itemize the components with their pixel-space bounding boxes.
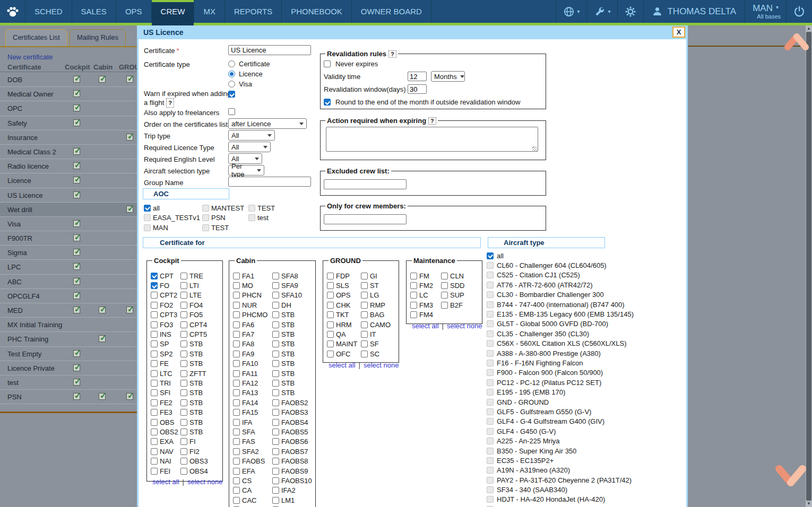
cockpit-role-option[interactable]: FO3 <box>151 320 180 329</box>
aoc-option[interactable]: test <box>248 213 291 223</box>
cabin-role-option[interactable]: PHCMO <box>233 310 272 320</box>
ground-role-option[interactable]: CAMO <box>361 320 391 329</box>
cabin-role-option[interactable]: CAC <box>233 495 272 505</box>
role-checkbox[interactable] <box>151 360 158 367</box>
role-checkbox[interactable] <box>151 302 158 309</box>
role-checkbox[interactable] <box>151 292 158 299</box>
maintenance-role-option[interactable]: CLN <box>441 271 464 281</box>
cockpit-role-option[interactable]: TRI <box>151 378 180 388</box>
cockpit-role-option[interactable]: LTI <box>180 281 208 290</box>
ground-role-option[interactable]: HRM <box>327 320 361 329</box>
certificate-row[interactable]: Safety <box>0 116 138 130</box>
role-checkbox[interactable] <box>151 351 158 357</box>
scroll-to-bottom-chevron[interactable] <box>775 461 807 492</box>
aoc-option[interactable]: PSN <box>202 213 248 223</box>
cockpit-role-option[interactable]: STB <box>180 359 208 369</box>
role-checkbox[interactable] <box>272 292 279 299</box>
cockpit-role-option[interactable]: STB <box>180 407 208 417</box>
role-checkbox[interactable] <box>151 429 158 435</box>
ground-role-option[interactable]: BAG <box>361 310 391 320</box>
cockpit-role-option[interactable]: CPT <box>151 271 180 281</box>
maintenance-role-option[interactable]: FM3 <box>410 300 441 310</box>
role-checkbox[interactable] <box>410 273 417 279</box>
role-checkbox[interactable] <box>233 409 240 416</box>
logout-power-button[interactable] <box>786 0 812 23</box>
role-checkbox[interactable] <box>180 311 187 318</box>
aircraft-checkbox[interactable] <box>487 360 494 366</box>
cabin-role-option[interactable]: FAOBS7 <box>272 447 312 456</box>
role-checkbox[interactable] <box>272 458 279 465</box>
cockpit-role-option[interactable]: OBS <box>151 417 180 427</box>
role-checkbox[interactable] <box>410 311 417 318</box>
aircraft-checkbox[interactable] <box>487 486 494 493</box>
cockpit-role-option[interactable]: FE <box>151 359 180 369</box>
maintenance-role-option[interactable]: SUP <box>441 291 464 300</box>
cabin-role-option[interactable]: FA1 <box>233 271 272 281</box>
aircraft-type-option[interactable]: GL5T - Global 5000 GVFD (BD-700) <box>487 319 634 329</box>
role-checkbox[interactable] <box>233 351 240 357</box>
role-checkbox[interactable] <box>272 468 279 475</box>
cockpit-role-option[interactable]: SP2 <box>151 349 180 359</box>
role-checkbox[interactable] <box>272 331 279 338</box>
aircraft-type-option[interactable]: PAY2 - PA-31T-620 Cheyenne 2 (PA31T/42) <box>487 475 634 485</box>
cabin-role-option[interactable]: LM2 <box>272 505 312 507</box>
cabin-role-option[interactable]: LM1 <box>272 495 312 505</box>
role-checkbox[interactable] <box>272 340 279 347</box>
aoc-checkbox[interactable] <box>202 214 209 221</box>
role-checkbox[interactable] <box>272 311 279 318</box>
cockpit-role-option[interactable]: LTC <box>151 369 180 378</box>
role-checkbox[interactable] <box>233 497 240 504</box>
cockpit-role-option[interactable]: CPT5 <box>180 329 208 339</box>
role-checkbox[interactable] <box>151 419 158 426</box>
cabin-role-option[interactable]: FAOBS6 <box>272 437 312 447</box>
aircraft-checkbox[interactable] <box>487 477 494 484</box>
ground-select-none-link[interactable]: select none <box>364 361 399 369</box>
role-checkbox[interactable] <box>151 399 158 406</box>
cabin-role-option[interactable]: SFA10 <box>272 291 312 300</box>
role-checkbox[interactable] <box>272 448 279 455</box>
cabin-role-option[interactable]: FA9 <box>233 349 272 359</box>
role-checkbox[interactable] <box>233 419 240 426</box>
help-icon[interactable]: ? <box>428 117 436 125</box>
ground-role-option[interactable]: TKT <box>327 310 361 320</box>
aircraft-checkbox[interactable] <box>487 282 494 289</box>
role-checkbox[interactable] <box>441 282 448 289</box>
scroll-down-arrow[interactable]: ▼ <box>806 501 812 507</box>
cabin-role-option[interactable]: FA13 <box>233 388 272 398</box>
cabin-role-option[interactable]: FA12 <box>233 378 272 388</box>
role-checkbox[interactable] <box>272 321 279 328</box>
radio-button[interactable] <box>228 60 235 67</box>
role-checkbox[interactable] <box>327 351 334 357</box>
cabin-role-option[interactable]: CA <box>233 486 272 495</box>
cabin-role-option[interactable]: FA11 <box>233 369 272 378</box>
role-checkbox[interactable] <box>180 409 187 416</box>
role-checkbox[interactable] <box>180 458 187 465</box>
cabin-role-option[interactable]: FA6 <box>233 320 272 329</box>
aircraft-checkbox[interactable] <box>487 496 494 503</box>
cockpit-role-option[interactable]: CPT4 <box>180 320 208 329</box>
ground-role-option[interactable]: OPS <box>327 291 361 300</box>
ground-role-option[interactable]: IT <box>361 329 391 339</box>
cabin-role-option[interactable]: STB <box>272 320 312 329</box>
role-checkbox[interactable] <box>272 477 279 484</box>
ground-select-all-link[interactable]: select all <box>329 361 356 369</box>
aircraft-type-option[interactable]: CL60 - Challenger 604 (CL604/605) <box>487 260 634 270</box>
tools-wrench-button[interactable]: ▾ <box>586 0 617 23</box>
certificate-row[interactable]: Wet drill <box>0 203 138 217</box>
nav-tab[interactable]: CREW <box>152 0 195 23</box>
maintenance-role-option[interactable]: FM4 <box>410 310 441 320</box>
role-checkbox[interactable] <box>233 340 240 347</box>
cabin-role-option[interactable]: SFA9 <box>272 281 312 290</box>
cockpit-role-option[interactable]: STB <box>180 388 208 398</box>
ground-role-option[interactable]: FDP <box>327 271 361 281</box>
aoc-option[interactable]: EASA_TESTv1 <box>144 213 202 223</box>
cabin-role-option[interactable]: FAOBS <box>233 456 272 466</box>
cabin-role-option[interactable]: SFA <box>233 427 272 436</box>
cabin-role-option[interactable]: STB <box>272 369 312 378</box>
role-checkbox[interactable] <box>272 282 279 289</box>
settings-gear-button[interactable] <box>617 0 643 23</box>
user-menu[interactable]: THOMAS DELTA <box>643 0 745 23</box>
certificate-row[interactable]: Sigma <box>0 246 138 260</box>
role-checkbox[interactable] <box>272 438 279 445</box>
aircraft-type-option[interactable]: B744 - 747-400 (international) (B747 400… <box>487 300 634 309</box>
